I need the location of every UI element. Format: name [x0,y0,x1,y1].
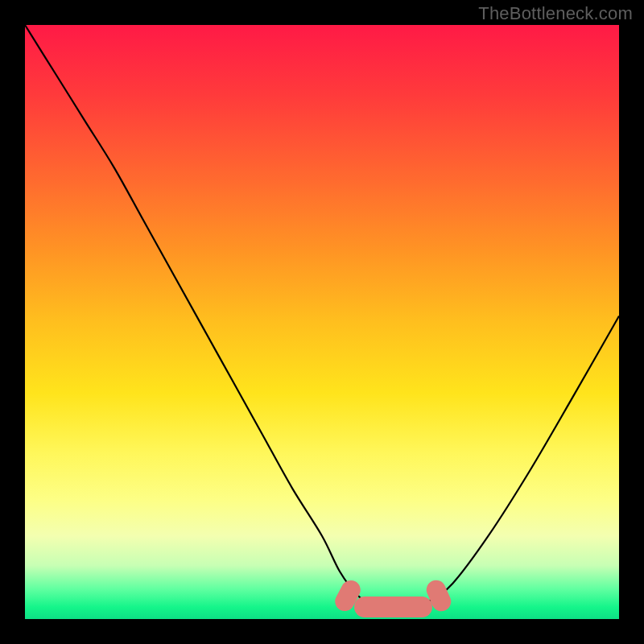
valley-marker-band [354,597,432,617]
chart-plot-area [25,25,619,619]
watermark-text: TheBottleneck.com [478,3,633,24]
bottleneck-curve [25,25,619,619]
